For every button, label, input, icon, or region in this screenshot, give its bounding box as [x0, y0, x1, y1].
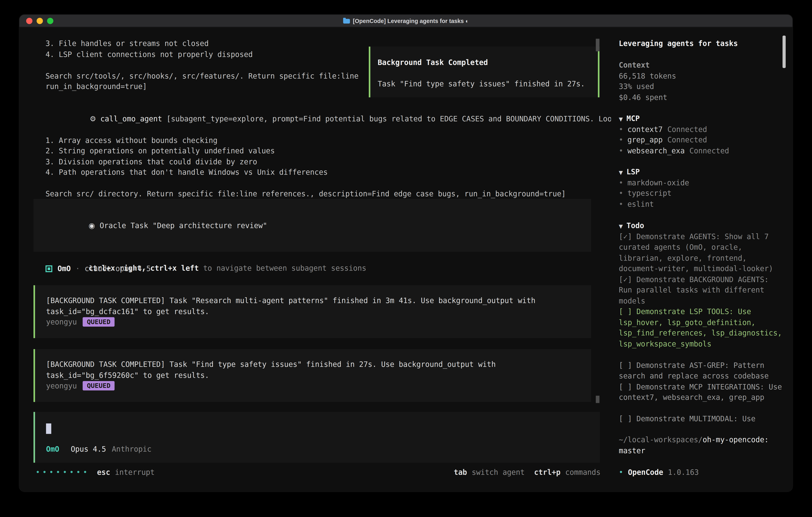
- mcp-item: •grep_appConnected: [619, 135, 729, 145]
- tool-call-line: 4. Path operations that don't handle Win…: [46, 167, 611, 178]
- todo-item: [ ] Demonstrate MCP INTEGRATIONS: Use co…: [619, 381, 783, 403]
- mcp-section-header[interactable]: ▼ MCP: [619, 113, 729, 124]
- lsp-item: •eslint: [619, 199, 689, 210]
- bullet-icon: •: [619, 468, 623, 476]
- close-button[interactable]: [26, 18, 32, 24]
- todo-section: ▼ Todo [✓] Demonstrate AGENTS: Show all …: [619, 220, 783, 424]
- toast-body: Task "Find type safety issues" finished …: [378, 78, 590, 89]
- mcp-item: •websearch_exaConnected: [619, 145, 729, 156]
- status-badge: QUEUED: [83, 317, 115, 327]
- sidebar-scrollbar-thumb[interactable]: [783, 35, 786, 68]
- log-line: Search src/tools/, src/hooks/, src/featu…: [46, 71, 359, 81]
- agent-name: OmO: [58, 263, 71, 274]
- log-line: [46, 60, 359, 71]
- message-line: task_id="bg_6f59260c" to get results.: [46, 370, 591, 381]
- app-window: [OpenCode] Leveraging agents for tasks ◐…: [19, 15, 792, 491]
- todo-item: [✓] Demonstrate BACKGROUND AGENTS: Run p…: [619, 274, 783, 306]
- chevron-down-icon: ▼: [619, 114, 623, 125]
- todo-item: [ ] Demonstrate AST-GREP: Pattern search…: [619, 360, 783, 381]
- bullet-icon: •: [619, 189, 623, 197]
- oracle-task-panel: ◉Oracle Task "Deep architecture review" …: [34, 199, 591, 252]
- lsp-item-name: typescript: [628, 189, 671, 197]
- message-author: yeongyu: [46, 317, 77, 327]
- app-version-footer: •OpenCode1.0.163: [619, 467, 699, 478]
- mcp-item-name: context7: [628, 125, 663, 133]
- hint-text: to navigate between subagent sessions: [199, 264, 367, 272]
- agent-model: claude-opus-4-5: [85, 263, 151, 274]
- lsp-item: •markdown-oxide: [619, 177, 689, 188]
- status-badge: QUEUED: [83, 381, 115, 391]
- todo-item: [ ] Demonstrate LSP TOOLS: Use lsp_hover…: [619, 306, 783, 349]
- tool-call-line: [46, 178, 611, 189]
- background-task-toast[interactable]: Background Task Completed Task "Find typ…: [369, 47, 600, 98]
- lsp-section-header[interactable]: ▼ LSP: [619, 166, 689, 177]
- agent-session-header: OmO · claude-opus-4-5: [46, 263, 151, 274]
- workspace-branch: master: [619, 445, 783, 456]
- session-sidebar: Leveraging agents for tasks Context 66,5…: [611, 27, 792, 491]
- todo-section-header[interactable]: ▼ Todo: [619, 220, 783, 231]
- workspace-path: ~/local-workspaces/oh-my-opencode: maste…: [619, 434, 783, 456]
- window-title: [OpenCode] Leveraging agents for tasks ◐: [353, 15, 469, 27]
- mcp-item-status: Connected: [690, 146, 729, 155]
- spinner-dots-icon: ••••••••: [35, 467, 90, 478]
- tool-call-block: ⚙call_omo_agent [subagent_type=explore, …: [46, 103, 611, 199]
- gear-icon: ⚙: [89, 114, 96, 123]
- chevron-down-icon: ▼: [619, 167, 623, 178]
- tool-call-line: 1. Array access without bounds checking: [46, 135, 611, 145]
- app-name: OpenCode: [628, 468, 663, 476]
- toast-title: Background Task Completed: [378, 57, 590, 68]
- context-tokens: 66,518 tokens: [619, 71, 676, 81]
- window-title-group: [OpenCode] Leveraging agents for tasks ◐: [343, 15, 469, 27]
- tool-call-line: 3. Division operations that could divide…: [46, 156, 611, 167]
- key-ctrl-p: ctrl+p: [534, 467, 560, 478]
- lsp-item-name: eslint: [628, 200, 654, 208]
- mcp-section: ▼ MCP •context7Connected •grep_appConnec…: [619, 113, 729, 156]
- tool-call-line: 2. String operations on potentially unde…: [46, 145, 611, 156]
- bullet-icon: •: [619, 125, 623, 133]
- terminal-main-pane: 3. File handles or streams not closed 4.…: [19, 27, 611, 491]
- mcp-item-status: Connected: [667, 136, 707, 144]
- tab-action-label: switch agent: [472, 467, 525, 478]
- oracle-title-text: Oracle Task "Deep architecture review": [100, 221, 267, 229]
- prompt-agent-name: OmO: [46, 445, 59, 453]
- message-line: [BACKGROUND TASK COMPLETED] Task "Find t…: [46, 359, 591, 370]
- context-section: Context 66,518 tokens 33% used $0.46 spe…: [619, 60, 676, 103]
- mcp-item: •context7Connected: [619, 124, 729, 135]
- message-meta-row: yeongyu QUEUED: [46, 317, 591, 327]
- folder-icon: [343, 19, 350, 24]
- commands-action-label: commands: [565, 467, 601, 478]
- minimize-button[interactable]: [36, 18, 43, 24]
- message-author: yeongyu: [46, 380, 77, 391]
- message-block: [BACKGROUND TASK COMPLETED] Task "Find t…: [34, 349, 591, 402]
- todo-item: [ ] Demonstrate MULTIMODAL: Use: [619, 413, 783, 424]
- oracle-task-title: ◉Oracle Task "Deep architecture review": [45, 209, 591, 242]
- lsp-section: ▼ LSP •markdown-oxide •typescript •eslin…: [619, 166, 689, 210]
- log-output: 3. File handles or streams not closed 4.…: [46, 38, 359, 92]
- tool-call-name: call_omo_agent: [100, 114, 162, 123]
- bullet-icon: •: [619, 146, 623, 155]
- message-line: task_id="bg_dcfac161" to get results.: [46, 306, 591, 317]
- agent-square-icon: [46, 265, 52, 272]
- status-bar: •••••••• esc interrupt tab switch agent …: [35, 467, 601, 478]
- key-esc: esc: [97, 467, 110, 478]
- log-line: 4. LSP client connections not properly d…: [46, 49, 359, 60]
- workspace-line: ~/local-workspaces/oh-my-opencode:: [619, 434, 783, 445]
- todo-heading: Todo: [627, 220, 644, 231]
- traffic-lights: [26, 18, 53, 24]
- lsp-item-name: markdown-oxide: [628, 178, 689, 187]
- chevron-down-icon: ▼: [619, 221, 623, 232]
- zoom-button[interactable]: [47, 18, 53, 24]
- oracle-icon: ◉: [88, 221, 95, 229]
- workspace-prefix: ~/local-workspaces/: [619, 435, 702, 444]
- session-title: Leveraging agents for tasks: [619, 38, 738, 49]
- main-scrollbar-thumb[interactable]: [596, 39, 600, 51]
- main-scrollbar-thumb[interactable]: [596, 396, 600, 403]
- key-tab: tab: [454, 467, 467, 478]
- lsp-heading: LSP: [627, 166, 640, 177]
- bullet-icon: •: [619, 178, 623, 187]
- mcp-item-name: websearch_exa: [628, 146, 685, 155]
- log-line: run_in_background=true]: [46, 81, 359, 92]
- workspace-repo: oh-my-opencode:: [702, 435, 768, 444]
- prompt-input[interactable]: OmOOpus 4.5Anthropic: [34, 412, 600, 463]
- message-block: [BACKGROUND TASK COMPLETED] Task "Resear…: [34, 285, 591, 338]
